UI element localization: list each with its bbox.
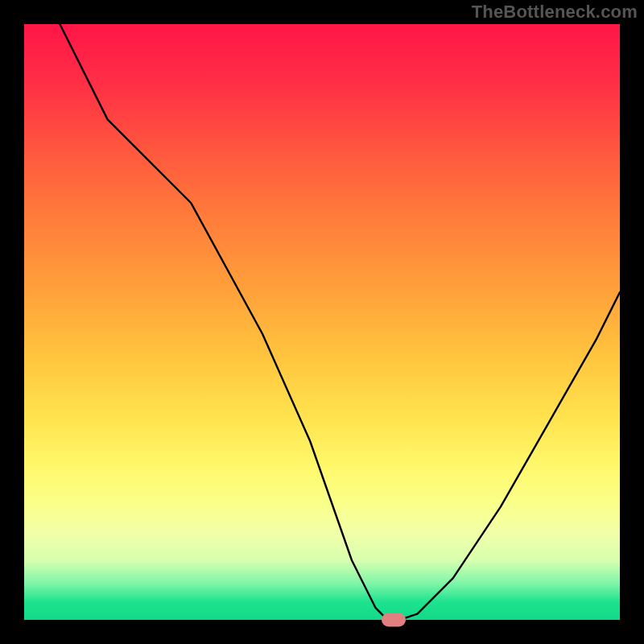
chart-container: TheBottleneck.com xyxy=(0,0,644,644)
bottleneck-curve-path xyxy=(60,24,620,620)
optimal-marker xyxy=(382,613,406,627)
plot-area xyxy=(24,24,620,620)
curve-svg xyxy=(24,24,620,620)
watermark-text: TheBottleneck.com xyxy=(472,2,638,23)
